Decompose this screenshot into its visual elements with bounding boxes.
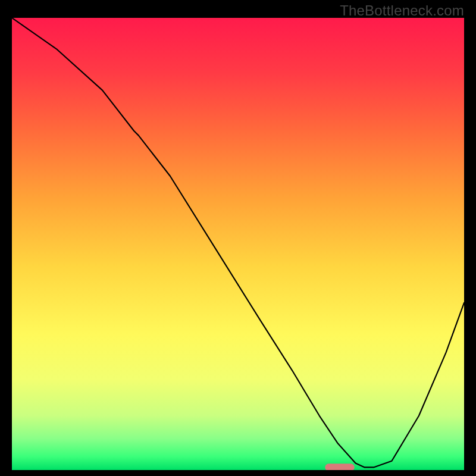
watermark-text: TheBottleneck.com <box>340 2 464 19</box>
chart-svg <box>12 18 464 470</box>
chart-background <box>12 18 464 470</box>
optimal-range-marker <box>325 464 354 470</box>
chart-plot-area <box>12 18 464 470</box>
